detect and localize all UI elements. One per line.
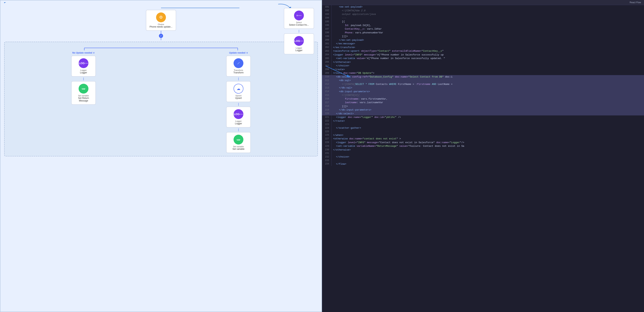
line-number: 204 bbox=[322, 53, 332, 57]
line-content: ContactKey__c: vars.IdVar bbox=[332, 27, 644, 31]
line-content: Id: payload.Id[0], bbox=[332, 23, 644, 27]
line-number: 208 bbox=[322, 68, 332, 71]
code-line: 229 <set-variable variableName="ReturnMe… bbox=[322, 144, 644, 148]
line-number: 230 bbox=[322, 148, 332, 152]
line-number: 201 bbox=[322, 42, 332, 46]
line-content: </when> bbox=[332, 133, 644, 137]
flow-canvas: ⚙ Choice Phone needs update... ✓ bbox=[4, 4, 318, 156]
line-content: Phone: vars.phonenumberVar bbox=[332, 31, 644, 35]
update-label[interactable]: Update needed ∨ bbox=[229, 51, 248, 54]
line-number: 193 bbox=[322, 12, 332, 16]
line-content: <![CDATA[SELECT * FROM Contacts WHERE Fi… bbox=[332, 82, 644, 86]
right-nodes: ≡═══ Select Select Contact fro... | LOG═… bbox=[284, 8, 314, 54]
select-title: Select bbox=[287, 21, 311, 23]
choice-node[interactable]: ⚙ Choice Phone needs update... bbox=[146, 10, 176, 31]
logger-right-node[interactable]: LOG═══ Logger Logger bbox=[284, 33, 314, 54]
upsert-node[interactable]: ☁ Upsert Upsert bbox=[226, 81, 251, 102]
code-line: 219 </db:input-parameters> bbox=[322, 108, 644, 112]
branch-container: No Update needed ∨ LOG═══ Logger Logger … bbox=[4, 42, 318, 156]
code-line: 221 <logger doc:name="Logger" doc:id="yb… bbox=[322, 116, 644, 119]
upsert-title: Upsert bbox=[230, 95, 247, 97]
line-content: </flow> bbox=[332, 162, 644, 166]
line-number: 210 bbox=[322, 75, 332, 79]
line-number: 200 bbox=[322, 38, 332, 42]
line-content: <salesforce:upsert objectType="Contact" … bbox=[332, 49, 644, 53]
code-line: 230</otherwise> bbox=[322, 148, 644, 152]
code-line: 233 bbox=[322, 159, 644, 162]
code-line: 227<otherwise doc:name="contact does not… bbox=[322, 137, 644, 141]
choice-connector: ✓ bbox=[159, 31, 163, 40]
vert-line-1 bbox=[161, 31, 161, 34]
code-line: 218 }]]> bbox=[322, 105, 644, 108]
branch-no-update: No Update needed ∨ LOG═══ Logger Logger … bbox=[8, 51, 160, 153]
logger-node-update[interactable]: LOG═══ Logger Logger bbox=[226, 107, 251, 128]
line-number: 233 bbox=[322, 159, 332, 162]
line-number: 198 bbox=[322, 31, 332, 35]
line-content: <db:sql> bbox=[332, 79, 644, 82]
chevron-down-icon-2: ∨ bbox=[246, 51, 248, 54]
set-var-node[interactable]: var Set variable Set variable bbox=[226, 132, 251, 153]
line-number: 206 bbox=[322, 60, 332, 64]
line-content: </db:input-parameters> bbox=[332, 108, 644, 112]
line-number: 202 bbox=[322, 46, 332, 49]
line-content: <ee:set-payload> bbox=[332, 5, 644, 9]
line-number: 218 bbox=[322, 105, 332, 108]
select-name: Select Contact fro... bbox=[287, 23, 311, 26]
code-line: 223 bbox=[322, 123, 644, 126]
code-line: 214 <db:input-parameters> bbox=[322, 90, 644, 94]
line-content: </ee:set-payload> bbox=[332, 38, 644, 42]
code-line: 212 <![CDATA[SELECT * FROM Contacts WHER… bbox=[322, 82, 644, 86]
connector-1: | bbox=[83, 77, 84, 81]
no-update-label[interactable]: No Update needed ∨ bbox=[72, 51, 95, 54]
code-line: 209<route doc:name="DB Update"> bbox=[322, 71, 644, 75]
line-number: 205 bbox=[322, 57, 332, 60]
line-content: </db:select> bbox=[332, 112, 644, 116]
code-line: 234 </flow> bbox=[322, 162, 644, 166]
line-content: </db:sql> bbox=[332, 86, 644, 90]
line-content: <set-variable variableName="ReturnMessag… bbox=[332, 144, 644, 148]
line-content: <db:input-parameters> bbox=[332, 90, 644, 94]
line-content: --- bbox=[332, 16, 644, 20]
line-number: 213 bbox=[322, 86, 332, 90]
select-icon: ≡═══ bbox=[294, 10, 304, 20]
line-number: 226 bbox=[322, 133, 332, 137]
code-line: 210 <db:select config-ref="Database_Conf… bbox=[322, 75, 644, 79]
line-content: <![CDATA[%dw 2.0 bbox=[332, 9, 644, 13]
line-number: 191 bbox=[322, 5, 332, 9]
set-return-name: Set Return Message bbox=[75, 97, 92, 102]
line-number: 223 bbox=[322, 123, 332, 126]
connector-4: | bbox=[238, 128, 239, 132]
line-content: [{ bbox=[332, 20, 644, 23]
line-number: 232 bbox=[322, 155, 332, 159]
code-line: 191 <ee:set-payload> bbox=[322, 5, 644, 9]
code-line: 215 <![CDATA[#[{ bbox=[322, 93, 644, 97]
line-content: </otherwise> bbox=[332, 60, 644, 64]
code-line: 216 firstname: vars.firstnameVar, bbox=[322, 97, 644, 101]
line-number: 216 bbox=[322, 97, 332, 101]
line-content: <route doc:name="DB Update"> bbox=[332, 71, 644, 75]
line-number: 227 bbox=[322, 137, 332, 141]
line-content: <db:select config-ref="Database_Config" … bbox=[332, 75, 644, 79]
set-return-icon: var bbox=[78, 84, 88, 94]
code-line: 228 <logger level="INFO" message="Contac… bbox=[322, 141, 644, 145]
line-content bbox=[332, 159, 644, 162]
line-number: 207 bbox=[322, 64, 332, 68]
code-header: React Flow bbox=[322, 0, 644, 5]
code-line: 211 <db:sql> bbox=[322, 79, 644, 82]
code-line: 196 Id: payload.Id[0], bbox=[322, 23, 644, 27]
set-return-node[interactable]: var Set variable Set Return Message bbox=[71, 81, 96, 105]
code-line: 200 </ee:set-payload> bbox=[322, 38, 644, 42]
logger-node-left[interactable]: LOG═══ Logger Logger bbox=[71, 56, 96, 77]
line-content: <logger level="INFO" message='#["Phone n… bbox=[332, 53, 644, 57]
line-number: 234 bbox=[322, 162, 332, 166]
code-line: 198 Phone: vars.phonenumberVar bbox=[322, 31, 644, 35]
select-node[interactable]: ≡═══ Select Select Contact fro... bbox=[284, 8, 314, 29]
logger-title-update: Logger bbox=[230, 120, 247, 122]
set-var-name: Set variable bbox=[230, 148, 247, 150]
code-line: 226</when> bbox=[322, 133, 644, 137]
transform-node[interactable]: ⟋ Transform Transform bbox=[226, 56, 251, 77]
code-line: 217 lastname: vars.lastnameVar bbox=[322, 101, 644, 105]
code-line: 193 output application/java bbox=[322, 12, 644, 16]
logger-right-name: Logger bbox=[287, 49, 311, 52]
upsert-name: Upsert bbox=[230, 97, 247, 99]
